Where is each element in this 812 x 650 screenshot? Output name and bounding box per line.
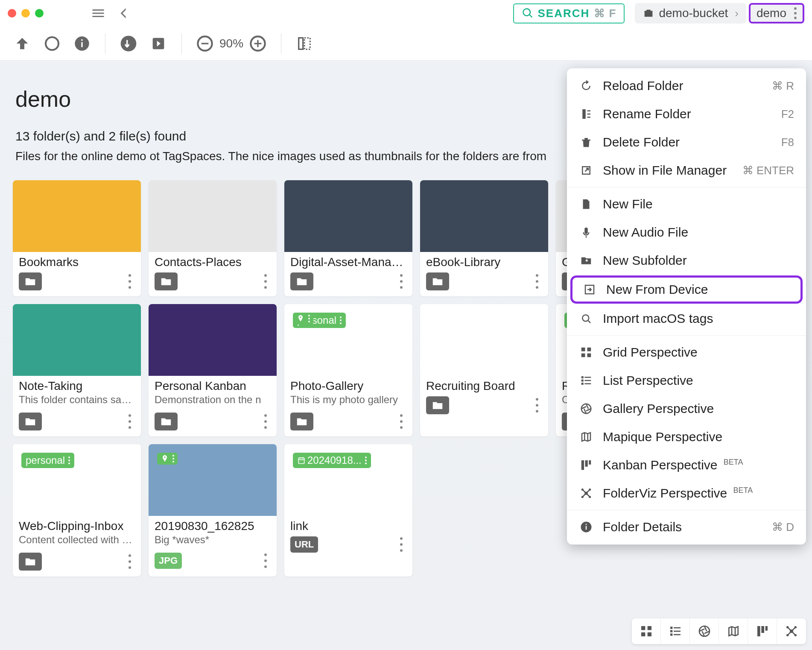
perspective-aperture-button[interactable] xyxy=(690,618,719,644)
menu-folderviz-perspective[interactable]: FolderViz Perspective BETA xyxy=(567,479,806,507)
card-contacts-places[interactable]: Contacts-Places xyxy=(149,180,277,296)
perspective-kanban-button[interactable] xyxy=(748,618,777,644)
svg-rect-18 xyxy=(587,354,591,357)
svg-rect-42 xyxy=(674,627,681,629)
menu-reload-folder[interactable]: Reload Folder⌘ R xyxy=(567,72,806,100)
card-menu-icon[interactable] xyxy=(260,274,271,289)
search-shortcut: ⌘ F xyxy=(594,7,616,20)
menu-show-in-file-manager[interactable]: Show in File Manager⌘ ENTER xyxy=(567,156,806,184)
card-20190830-162825[interactable]: 20190830_162825Big *waves*JPG xyxy=(149,444,277,577)
zoom-out-icon[interactable] xyxy=(195,33,215,54)
card-menu-icon[interactable] xyxy=(396,274,406,289)
breadcrumb-root[interactable]: demo-bucket › xyxy=(635,3,746,23)
perspective-grid-button[interactable] xyxy=(632,618,661,644)
card-menu-icon[interactable] xyxy=(125,554,135,569)
search-button[interactable]: SEARCH ⌘ F xyxy=(513,3,625,23)
back-arrow-icon[interactable] xyxy=(114,3,134,23)
card-menu-icon[interactable] xyxy=(532,398,542,413)
card-menu-icon[interactable] xyxy=(125,414,135,429)
menu-gallery-perspective[interactable]: Gallery Perspective xyxy=(567,395,806,423)
svg-point-0 xyxy=(46,37,58,50)
svg-rect-48 xyxy=(757,626,760,636)
svg-rect-10 xyxy=(257,40,258,47)
select-circle-icon[interactable] xyxy=(42,33,62,54)
list-icon xyxy=(579,373,593,388)
menu-grid-perspective[interactable]: Grid Perspective xyxy=(567,338,806,366)
card-web-clipping-inbox[interactable]: personalWeb-Clipping-InboxContent collec… xyxy=(13,444,141,577)
card-link[interactable]: 20240918...linkURL xyxy=(284,444,412,577)
card-menu-icon[interactable] xyxy=(260,553,271,568)
sort-icon[interactable] xyxy=(118,33,139,54)
card-thumb: personal xyxy=(284,304,412,376)
perspective-graph-button[interactable] xyxy=(777,618,806,644)
card-desc: Big *waves* xyxy=(149,533,277,549)
menu-new-subfolder[interactable]: New Subfolder xyxy=(567,246,806,275)
zoom-in-icon[interactable] xyxy=(248,33,268,54)
card-ebook-library[interactable]: eBook-Library xyxy=(420,180,548,296)
menu-folder-details[interactable]: Folder Details⌘ D xyxy=(567,513,806,541)
card-thumb: personal xyxy=(13,444,141,516)
card-recruiting-board[interactable]: Recruiting Board xyxy=(420,304,548,436)
card-menu-icon[interactable] xyxy=(125,274,135,289)
card-title: eBook-Library xyxy=(420,252,548,269)
card-desc: This is my photo gallery xyxy=(284,393,412,409)
folder-plus-icon xyxy=(579,253,593,268)
card-desc: Content collected with the web clipper xyxy=(13,533,141,549)
menu-import-macos-tags[interactable]: Import macOS tags xyxy=(567,305,806,333)
breadcrumb-current[interactable]: demo xyxy=(749,3,804,23)
map-icon xyxy=(579,430,593,444)
card-menu-icon[interactable] xyxy=(532,274,542,289)
menu-shortcut: F8 xyxy=(781,136,794,149)
card-menu-icon[interactable] xyxy=(396,414,406,429)
svg-rect-11 xyxy=(299,38,303,49)
hamburger-icon[interactable] xyxy=(88,3,108,23)
tag-date[interactable]: 20240918... xyxy=(293,453,371,468)
svg-point-14 xyxy=(582,315,589,321)
search-doc-icon xyxy=(579,311,593,326)
svg-rect-12 xyxy=(304,38,310,49)
export-icon[interactable] xyxy=(148,33,169,54)
menu-label: Rename Folder xyxy=(603,107,691,121)
card-photo-gallery[interactable]: personalPhoto-GalleryThis is my photo ga… xyxy=(284,304,412,436)
window-minimize[interactable] xyxy=(21,9,30,18)
card-note-taking[interactable]: Note-TakingThis folder contains sample n… xyxy=(13,304,141,436)
card-title: 20190830_162825 xyxy=(149,516,277,533)
menu-new-from-device[interactable]: New From Device xyxy=(570,275,803,304)
card-menu-icon[interactable] xyxy=(396,537,406,552)
card-digital-asset-management[interactable]: Digital-Asset-Management xyxy=(284,180,412,296)
menu-rename-folder[interactable]: Rename FolderF2 xyxy=(567,100,806,128)
svg-rect-7 xyxy=(202,43,209,44)
tag-geo[interactable] xyxy=(293,313,313,325)
menu-delete-folder[interactable]: Delete FolderF8 xyxy=(567,128,806,156)
layout-icon[interactable] xyxy=(294,33,315,54)
window-close[interactable] xyxy=(8,9,16,18)
perspective-list-button[interactable] xyxy=(661,618,690,644)
import-icon xyxy=(582,282,597,297)
svg-point-25 xyxy=(581,404,591,414)
menu-label: Kanban Perspective BETA xyxy=(603,458,743,472)
tag-personal[interactable]: personal xyxy=(21,453,74,468)
zoom-controls: 90% xyxy=(195,33,268,54)
menu-list-perspective[interactable]: List Perspective xyxy=(567,366,806,395)
card-thumb xyxy=(420,180,548,252)
card-bookmarks[interactable]: Bookmarks xyxy=(13,180,141,296)
menu-label: Show in File Manager xyxy=(603,163,727,178)
svg-rect-50 xyxy=(765,626,767,631)
menu-new-file[interactable]: New File xyxy=(567,190,806,218)
tag-geo[interactable] xyxy=(157,453,178,465)
perspective-map-button[interactable] xyxy=(719,618,748,644)
menu-kanban-perspective[interactable]: Kanban Perspective BETA xyxy=(567,451,806,479)
card-title: Digital-Asset-Management xyxy=(284,252,412,269)
menu-label: Folder Details xyxy=(603,520,682,534)
menu-new-audio-file[interactable]: New Audio File xyxy=(567,218,806,246)
info-icon[interactable] xyxy=(72,33,92,54)
menu-mapique-perspective[interactable]: Mapique Perspective xyxy=(567,423,806,451)
window-zoom[interactable] xyxy=(35,9,44,18)
nav-up-icon[interactable] xyxy=(12,33,32,54)
folder-badge-icon xyxy=(290,413,313,430)
card-personal-kanban[interactable]: Personal KanbanDemonstration on the n xyxy=(149,304,277,436)
svg-rect-39 xyxy=(641,632,645,636)
card-menu-icon[interactable] xyxy=(260,414,271,429)
breadcrumb-menu-icon[interactable] xyxy=(794,7,797,19)
card-title: Personal Kanban xyxy=(149,376,277,393)
